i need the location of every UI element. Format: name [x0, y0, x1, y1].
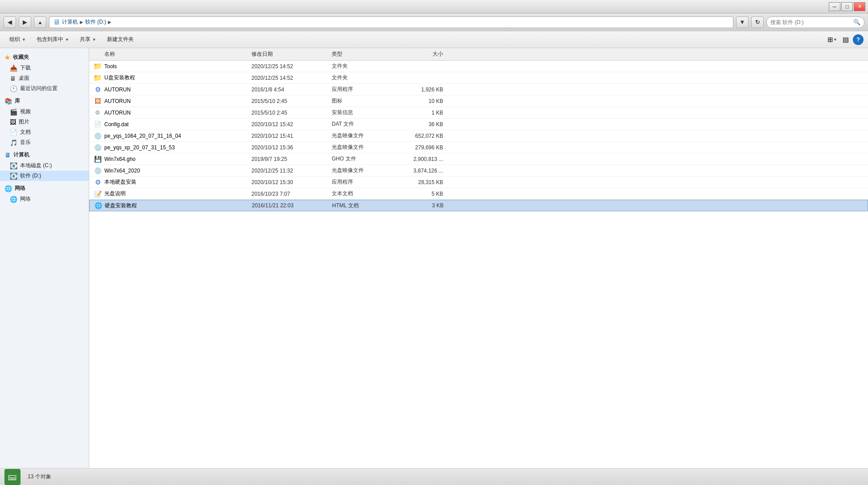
sidebar-item[interactable]: 📄文档: [0, 127, 89, 137]
new-folder-button[interactable]: 新建文件夹: [102, 33, 139, 46]
sidebar-item[interactable]: 💽软件 (D:): [0, 171, 89, 181]
file-type-cell: HTML 文档: [332, 202, 403, 210]
file-type-cell: 应用程序: [332, 86, 403, 93]
network-header[interactable]: 🌐 网络: [0, 183, 89, 194]
sidebar-item[interactable]: 🎵音乐: [0, 137, 89, 148]
toolbar: 组织 ▼ 包含到库中 ▼ 共享 ▼ 新建文件夹 ⊞ ▼ ▤ ?: [0, 31, 868, 48]
sidebar-item-icon: 🌐: [10, 196, 17, 203]
file-size-cell: 3 KB: [403, 202, 457, 209]
status-icon: 🖴: [4, 469, 21, 485]
computer-header[interactable]: 🖥 计算机: [0, 149, 89, 160]
sidebar-item[interactable]: 💽本地磁盘 (C:): [0, 160, 89, 171]
organize-arrow: ▼: [22, 37, 26, 42]
maximize-button[interactable]: □: [841, 2, 853, 11]
view-toggle-button[interactable]: ⊞ ▼: [826, 33, 839, 46]
file-name: 硬盘安装教程: [105, 202, 137, 210]
col-size-header[interactable]: 大小: [403, 50, 457, 58]
file-size-cell: 5 KB: [403, 191, 457, 197]
help-button[interactable]: ?: [853, 34, 864, 45]
table-row[interactable]: 📄 Config.dat 2020/10/12 15:42 DAT 文件 36 …: [89, 119, 868, 130]
file-name-cell: 📝 光盘说明: [91, 190, 251, 198]
refresh-button[interactable]: ↻: [751, 16, 764, 28]
file-type-cell: DAT 文件: [332, 120, 403, 128]
share-button[interactable]: 共享 ▼: [75, 33, 101, 46]
table-row[interactable]: 🌐 硬盘安装教程 2016/11/21 22:03 HTML 文档 3 KB: [89, 200, 868, 211]
sidebar: ★ 收藏夹 📥下载🖥桌面🕐最近访问的位置 📚 库 🎬视频🖼图片📄文档🎵音乐 🖥 …: [0, 48, 89, 468]
col-date-header[interactable]: 修改日期: [251, 50, 332, 58]
sidebar-item[interactable]: 🕐最近访问的位置: [0, 83, 89, 94]
file-icon: 💾: [94, 155, 102, 163]
status-bar: 🖴 13 个对象: [0, 468, 868, 485]
file-name: Win7x64_2020: [104, 168, 140, 174]
forward-button[interactable]: ▶: [19, 16, 31, 28]
table-row[interactable]: 🖼 AUTORUN 2015/5/10 2:45 图标 10 KB: [89, 95, 868, 107]
file-date-cell: 2020/10/12 15:41: [251, 133, 332, 139]
column-headers: 名称 修改日期 类型 大小: [89, 48, 868, 61]
table-row[interactable]: ⚙ AUTORUN 2015/5/10 2:45 安装信息 1 KB: [89, 107, 868, 119]
file-name-cell: 🖼 AUTORUN: [91, 97, 251, 105]
file-type-cell: 安装信息: [332, 109, 403, 116]
file-date-cell: 2020/10/12 15:36: [251, 144, 332, 151]
sidebar-item[interactable]: 🎬视频: [0, 107, 89, 117]
sidebar-item-icon: 🖥: [10, 75, 16, 82]
sidebar-item[interactable]: 🖼图片: [0, 117, 89, 127]
up-button[interactable]: ▲: [34, 16, 46, 28]
table-row[interactable]: ⚙ 本地硬盘安装 2020/10/12 15:30 应用程序 28,315 KB: [89, 177, 868, 188]
file-name-cell: 💾 Win7x64.gho: [91, 155, 251, 163]
library-header[interactable]: 📚 库: [0, 95, 89, 107]
file-icon: ⚙: [94, 86, 102, 94]
preview-pane-button[interactable]: ▤: [839, 33, 852, 46]
file-type-cell: 光盘映像文件: [332, 167, 403, 174]
file-date-cell: 2020/12/25 14:52: [251, 75, 332, 81]
back-button[interactable]: ◀: [4, 16, 16, 28]
path-drive[interactable]: 软件 (D:): [85, 18, 106, 26]
col-name-header[interactable]: 名称: [91, 50, 251, 58]
file-area: 名称 修改日期 类型 大小 📁 Tools 2020/12/25 14:52 文…: [89, 48, 868, 468]
sidebar-item-label: 音乐: [20, 139, 31, 146]
sidebar-item[interactable]: 🖥桌面: [0, 73, 89, 83]
favorites-items: 📥下载🖥桌面🕐最近访问的位置: [0, 63, 89, 94]
file-icon: 📁: [94, 62, 102, 70]
file-name-cell: 💿 Win7x64_2020: [91, 167, 251, 175]
close-button[interactable]: ✕: [854, 2, 865, 11]
sidebar-item-icon: 📥: [10, 65, 17, 72]
table-row[interactable]: 💿 pe_yqs_1064_20_07_31_16_04 2020/10/12 …: [89, 130, 868, 142]
file-icon: ⚙: [94, 109, 102, 117]
file-name: pe_yqs_xp_20_07_31_15_53: [104, 144, 175, 151]
favorites-header[interactable]: ★ 收藏夹: [0, 52, 89, 63]
file-name: AUTORUN: [104, 110, 131, 116]
search-input[interactable]: [770, 19, 852, 25]
table-row[interactable]: 📁 Tools 2020/12/25 14:52 文件夹: [89, 61, 868, 72]
dropdown-button[interactable]: ▼: [736, 16, 749, 28]
sidebar-item[interactable]: 🌐网络: [0, 194, 89, 204]
file-icon: 📁: [94, 74, 102, 82]
table-row[interactable]: 📁 U盘安装教程 2020/12/25 14:52 文件夹: [89, 72, 868, 84]
file-name-cell: ⚙ AUTORUN: [91, 109, 251, 117]
add-to-library-button[interactable]: 包含到库中 ▼: [32, 33, 74, 46]
path-arrow-2: ▶: [108, 20, 111, 25]
file-icon: 💿: [94, 144, 102, 152]
organize-button[interactable]: 组织 ▼: [4, 33, 31, 46]
file-date-cell: 2016/11/21 22:03: [252, 202, 332, 209]
sidebar-item-icon: 🎵: [10, 139, 17, 146]
table-row[interactable]: 💿 pe_yqs_xp_20_07_31_15_53 2020/10/12 15…: [89, 142, 868, 153]
file-date-cell: 2020/12/25 14:52: [251, 63, 332, 70]
table-row[interactable]: 💾 Win7x64.gho 2019/9/7 19:25 GHO 文件 2,90…: [89, 153, 868, 165]
file-type-cell: 图标: [332, 97, 403, 105]
file-name: Tools: [104, 63, 117, 70]
file-type-cell: GHO 文件: [332, 155, 403, 163]
file-date-cell: 2019/9/7 19:25: [251, 156, 332, 162]
col-type-header[interactable]: 类型: [332, 50, 403, 58]
table-row[interactable]: 📝 光盘说明 2016/10/23 7:07 文本文档 5 KB: [89, 188, 868, 200]
minimize-button[interactable]: ─: [829, 2, 840, 11]
sidebar-item-label: 最近访问的位置: [20, 85, 58, 92]
file-size-cell: 1 KB: [403, 110, 457, 116]
sidebar-item-label: 软件 (D:): [20, 172, 41, 180]
table-row[interactable]: 💿 Win7x64_2020 2020/12/25 11:32 光盘映像文件 3…: [89, 165, 868, 177]
file-name: Win7x64.gho: [104, 156, 136, 162]
table-row[interactable]: ⚙ AUTORUN 2016/1/8 4:54 应用程序 1,926 KB: [89, 84, 868, 95]
favorites-section: ★ 收藏夹 📥下载🖥桌面🕐最近访问的位置: [0, 52, 89, 94]
path-computer[interactable]: 计算机: [62, 18, 78, 26]
sidebar-item[interactable]: 📥下载: [0, 63, 89, 73]
network-section: 🌐 网络 🌐网络: [0, 183, 89, 204]
